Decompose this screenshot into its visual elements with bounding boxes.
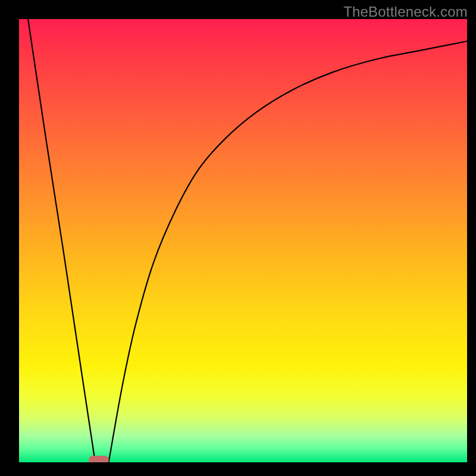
bottleneck-curve xyxy=(19,19,467,462)
chart-frame: TheBottleneck.com xyxy=(0,0,476,476)
plot-area xyxy=(19,19,467,462)
watermark-text: TheBottleneck.com xyxy=(343,4,468,20)
curve-left-branch xyxy=(28,19,95,462)
curve-right-branch xyxy=(109,41,467,462)
optimal-range-marker xyxy=(89,456,109,462)
